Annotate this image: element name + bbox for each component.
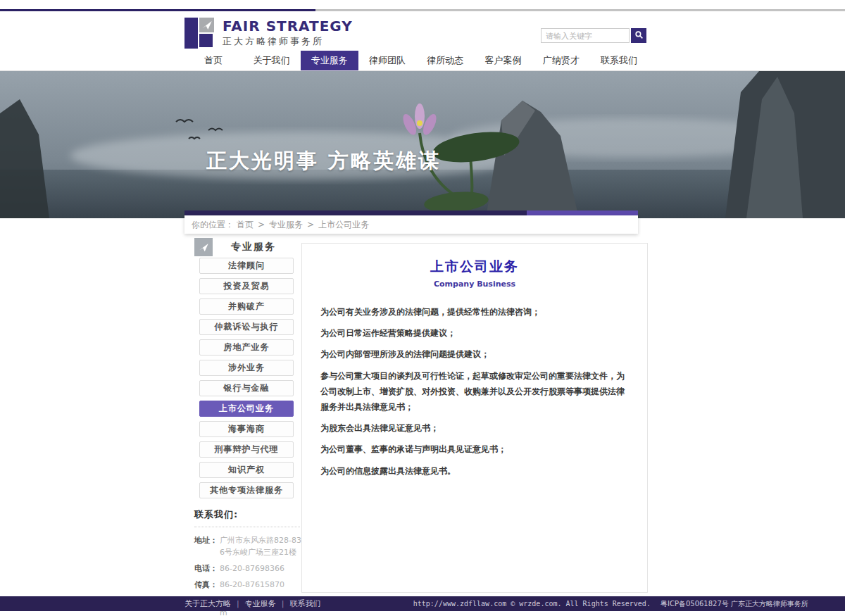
logo-block-bottom [199,34,213,47]
footer-copyright: http://www.zdfllaw.com © wrzde.com. All … [413,599,808,609]
sidebar-item-foreign[interactable]: 涉外业务 [199,360,294,376]
nav-item-home[interactable]: 首页 [184,51,242,70]
footer-link-contact[interactable]: 联系我们 [289,598,320,609]
contact-divider [194,527,300,527]
logo-mark [184,18,215,49]
breadcrumb-separator: > [258,220,265,230]
sidebar-item-maritime[interactable]: 海事海商 [199,421,294,437]
contact-label: 电话： [194,562,220,574]
breadcrumb-separator: > [307,220,314,230]
search-bar [541,28,646,43]
article-paragraph: 为公司内部管理所涉及的法律问题提供建议； [320,346,629,362]
sidebar-title: 专业服务 [231,241,276,253]
contact-value: 广州市东风东路828-836号东峻广场三座21楼 [220,534,306,558]
footer-link-services[interactable]: 专业服务 [245,598,276,609]
search-button[interactable] [631,28,646,43]
copyright-text: http://www.zdfllaw.com © wrzde.com. All … [413,600,651,608]
article-body: 为公司有关业务涉及的法律问题，提供经常性的法律咨询； 为公司日常运作经营策略提供… [302,289,647,479]
breadcrumb-home[interactable]: 首页 [237,219,254,231]
logo-name-en: FAIR STRATEGY [223,18,353,34]
banner-accent-dark [184,210,527,215]
contact-row-fax: 传真： 86-20-87615870 [194,579,307,591]
sidebar-header: 专业服务 [184,238,303,256]
paper-plane-icon [194,238,213,256]
footer-links: 关于正大方略 | 专业服务 | 联系我们 [184,598,320,609]
contact-value: 86-20-87615870 [220,579,306,591]
sidebar-menu: 法律顾问 投资及贸易 并购破产 仲裁诉讼与执行 房地产业务 涉外业务 银行与金融… [199,258,294,503]
main-nav: 首页 关于我们 专业服务 律师团队 律所动态 客户案例 广纳贤才 联系我们 [184,51,648,70]
nav-item-services[interactable]: 专业服务 [301,51,358,70]
nav-item-lawyers[interactable]: 律师团队 [358,51,416,70]
sidebar-item-criminal[interactable]: 刑事辩护与代理 [199,441,294,458]
hero-banner: 正大光明事 方略英雄谋 [0,71,845,218]
footer-separator: | [237,599,239,608]
logo-text: FAIR STRATEGY 正大方略律师事务所 [223,18,353,48]
banner-scenery [0,71,845,218]
footer-link-about[interactable]: 关于正大方略 [184,598,231,609]
footer-separator: | [282,599,284,608]
sidebar-item-legal-advisor[interactable]: 法律顾问 [199,258,294,274]
sidebar-item-other-services[interactable]: 其他专项法律服务 [199,482,294,498]
page-subtitle: Company Business [302,279,647,289]
nav-item-contact[interactable]: 联系我们 [590,51,648,70]
sidebar-item-investment-trade[interactable]: 投资及贸易 [199,278,294,294]
contact-value: 86-20-87698366 [220,562,306,574]
sidebar-item-banking-finance[interactable]: 银行与金融 [199,380,294,396]
logo[interactable]: FAIR STRATEGY 正大方略律师事务所 [184,18,353,49]
sidebar-item-ma-bankruptcy[interactable]: 并购破产 [199,298,294,315]
contact-row-address: 地址： 广州市东风东路828-836号东峻广场三座21楼 [194,534,307,558]
banner-accent-light [527,210,638,215]
hero-slogan: 正大光明事 方略英雄谋 [206,147,441,175]
footer: 关于正大方略 | 专业服务 | 联系我们 http://www.zdfllaw.… [0,596,845,611]
article-paragraph: 参与公司重大项目的谈判及可行性论证，起草或修改审定公司的重要法律文件，为公司改制… [320,368,629,415]
article-paragraph: 为公司董事、监事的承诺与声明出具见证意见书； [320,441,629,457]
nav-item-news[interactable]: 律所动态 [416,51,474,70]
contact-label: 传真： [194,579,220,591]
sidebar-item-ip[interactable]: 知识产权 [199,462,294,478]
breadcrumb-prefix: 你的位置： [192,219,234,231]
article-paragraph: 为股东会出具法律见证意见书； [320,420,629,436]
nav-item-cases[interactable]: 客户案例 [474,51,532,70]
breadcrumb-services[interactable]: 专业服务 [269,219,303,231]
content-panel: 上市公司业务 Company Business 为公司有关业务涉及的法律问题，提… [301,243,648,593]
search-icon [634,30,644,42]
paper-plane-icon [199,18,214,32]
sidebar-item-real-estate[interactable]: 房地产业务 [199,339,294,356]
nav-item-about[interactable]: 关于我们 [242,51,300,70]
breadcrumb: 你的位置： 首页 > 专业服务 > 上市公司业务 [184,215,638,234]
contact-label: 地址： [194,534,220,558]
logo-name-zh: 正大方略律师事务所 [223,35,353,48]
header: FAIR STRATEGY 正大方略律师事务所 [0,11,845,51]
article-paragraph: 为公司日常运作经营策略提供建议； [320,325,629,341]
contact-row-phone: 电话： 86-20-87698366 [194,562,307,574]
nav-item-careers[interactable]: 广纳贤才 [532,51,590,70]
sidebar-item-listed-company[interactable]: 上市公司业务 [199,401,294,417]
article-paragraph: 为公司的信息披露出具法律意见书。 [320,463,629,479]
breadcrumb-current[interactable]: 上市公司业务 [318,219,369,231]
page-title: 上市公司业务 [302,258,647,276]
search-input[interactable] [541,28,630,43]
sidebar-item-arbitration[interactable]: 仲裁诉讼与执行 [199,319,294,335]
icp-number: 粤ICP备05061827号 广东正大方略律师事务所 [661,600,808,608]
contact-heading: 联系我们: [194,508,307,521]
logo-block-left [184,18,198,49]
article-paragraph: 为公司有关业务涉及的法律问题，提供经常性的法律咨询； [320,304,629,320]
